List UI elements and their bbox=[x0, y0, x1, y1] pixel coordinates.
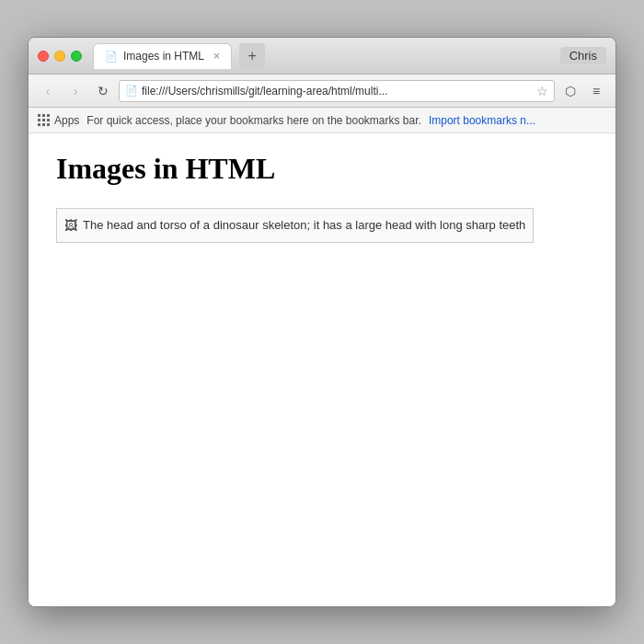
forward-button[interactable]: › bbox=[63, 79, 87, 103]
minimize-button[interactable] bbox=[54, 51, 65, 62]
address-bar[interactable]: 📄 file:///Users/chrismills/git/learning-… bbox=[119, 80, 555, 102]
page-content: Images in HTML 🖼 The head and torso of a… bbox=[29, 133, 615, 606]
active-tab[interactable]: 📄 Images in HTML × bbox=[93, 43, 232, 69]
refresh-button[interactable]: ↻ bbox=[91, 79, 115, 103]
nav-bar: ‹ › ↻ 📄 file:///Users/chrismills/git/lea… bbox=[29, 75, 615, 108]
image-alt-text: The head and torso of a dinosaur skeleto… bbox=[83, 216, 525, 235]
tab-close-button[interactable]: × bbox=[213, 50, 220, 63]
traffic-lights bbox=[38, 51, 82, 62]
browser-window: 📄 Images in HTML × + Chris ‹ › ↻ 📄 file:… bbox=[28, 37, 616, 607]
broken-image-icon: 🖼 bbox=[64, 218, 77, 233]
cloud-icon: ⬡ bbox=[565, 84, 576, 98]
broken-image-inner: 🖼 The head and torso of a dinosaur skele… bbox=[64, 216, 525, 235]
extra-nav-buttons: ⬡ ≡ bbox=[558, 79, 608, 103]
bookmarks-hint-text: For quick access, place your bookmarks h… bbox=[86, 114, 421, 127]
back-icon: ‹ bbox=[46, 84, 51, 98]
user-badge: Chris bbox=[560, 47, 606, 64]
apps-label: Apps bbox=[54, 114, 79, 127]
title-bar: 📄 Images in HTML × + Chris bbox=[29, 38, 615, 75]
forward-icon: › bbox=[74, 84, 78, 98]
address-text: file:///Users/chrismills/git/learning-ar… bbox=[142, 85, 533, 98]
back-button[interactable]: ‹ bbox=[36, 79, 60, 103]
bookmarks-bar: Apps For quick access, place your bookma… bbox=[29, 108, 615, 133]
apps-button[interactable]: Apps bbox=[38, 114, 79, 127]
cloud-button[interactable]: ⬡ bbox=[558, 79, 582, 103]
menu-button[interactable]: ≡ bbox=[584, 79, 608, 103]
apps-grid-icon bbox=[38, 114, 51, 127]
refresh-icon: ↻ bbox=[98, 84, 109, 98]
tab-title: Images in HTML bbox=[123, 50, 204, 63]
bookmark-star-icon[interactable]: ☆ bbox=[536, 84, 548, 98]
page-icon: 📄 bbox=[125, 85, 138, 97]
broken-image-container: 🖼 The head and torso of a dinosaur skele… bbox=[56, 208, 534, 243]
tab-document-icon: 📄 bbox=[105, 51, 118, 63]
new-tab-button[interactable]: + bbox=[239, 43, 265, 69]
import-bookmarks-link[interactable]: Import bookmarks n... bbox=[429, 114, 535, 127]
menu-icon: ≡ bbox=[592, 84, 600, 98]
maximize-button[interactable] bbox=[71, 51, 82, 62]
tab-area: 📄 Images in HTML × + Chris bbox=[93, 43, 606, 69]
page-title: Images in HTML bbox=[56, 152, 588, 186]
close-button[interactable] bbox=[38, 51, 49, 62]
